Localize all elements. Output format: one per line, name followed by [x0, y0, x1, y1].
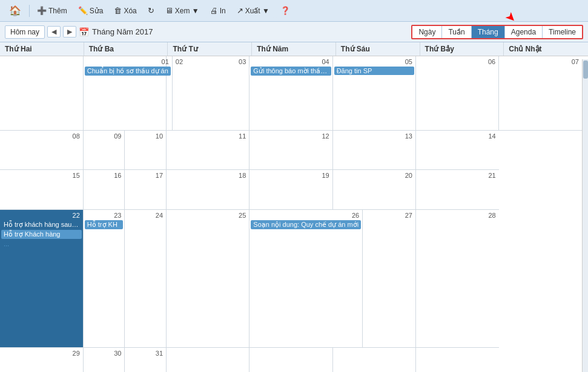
- cal-cell[interactable]: 19: [249, 170, 332, 210]
- cal-cell[interactable]: 08: [0, 130, 83, 170]
- them-button[interactable]: ➕ Thêm: [32, 4, 72, 18]
- in-button[interactable]: 🖨 In: [205, 4, 231, 18]
- cal-cell[interactable]: 28: [415, 210, 498, 348]
- cal-cell[interactable]: 24: [125, 210, 167, 348]
- next-button[interactable]: ▶: [63, 26, 76, 38]
- tab-agenda[interactable]: Agenda: [505, 26, 543, 38]
- trash-icon: 🗑: [114, 6, 122, 15]
- cal-cell[interactable]: 11: [167, 130, 249, 170]
- tab-tuan[interactable]: Tuần: [442, 26, 471, 38]
- toolbar: 🏠 ➕ Thêm ✏️ Sửa 🗑 Xóa ↻ 🖥 Xem ▼ 🖨 In ↗ X…: [0, 0, 588, 22]
- cal-cell[interactable]: 18: [167, 170, 249, 210]
- xoa-button[interactable]: 🗑 Xóa: [109, 4, 141, 18]
- cal-cell[interactable]: 06: [415, 56, 498, 130]
- export-icon: ↗: [237, 6, 243, 15]
- sua-button[interactable]: ✏️ Sửa: [73, 4, 108, 18]
- scrollbar-thumb[interactable]: [583, 60, 588, 79]
- cal-cell[interactable]: 23 Hỗ trợ KH: [83, 210, 125, 348]
- header-thu-bay: Thứ Bảy: [420, 42, 504, 56]
- xem-button[interactable]: 🖥 Xem ▼: [160, 4, 204, 18]
- home-button[interactable]: 🏠: [4, 3, 27, 18]
- monitor-icon: 🖥: [165, 6, 173, 15]
- calendar-container: Thứ Hai Thứ Ba Thứ Tư Thứ Năm Thứ Sáu Th…: [0, 42, 588, 372]
- cal-cell[interactable]: 14: [415, 130, 498, 170]
- cal-cell[interactable]: 05 Đăng tin SP: [332, 56, 415, 130]
- plus-icon: ➕: [37, 6, 47, 15]
- event-bar[interactable]: Soạn nội dung: Quy chế dự án mới: [251, 220, 361, 229]
- refresh-icon: ↻: [148, 6, 154, 15]
- cal-cell[interactable]: 26 Soạn nội dung: Quy chế dự án mới 27: [249, 210, 416, 348]
- header-thu-sau: Thứ Sáu: [336, 42, 420, 56]
- cal-cell[interactable]: 12: [249, 130, 332, 170]
- navbar: Hôm nay ◀ ▶ 📅 Tháng Năm 2017 ➤ Ngày Tuần…: [0, 22, 588, 42]
- cal-cell[interactable]: 31: [125, 347, 167, 372]
- calendar-grid: 01 Chuẩn bị hồ sơ thầu dự án 02 x 03 04 …: [0, 56, 582, 372]
- week-row: 01 Chuẩn bị hồ sơ thầu dự án 02 x 03 04 …: [0, 56, 582, 130]
- edit-icon: ✏️: [78, 6, 88, 15]
- header-thu-ba: Thứ Ba: [84, 42, 168, 56]
- week-row: 22 Hỗ trợ khách hàng sau đào tạo Hỗ trợ …: [0, 210, 582, 348]
- tab-ngay[interactable]: Ngày: [412, 26, 442, 38]
- cal-cell[interactable]: 15: [0, 170, 83, 210]
- cal-cell[interactable]: 07: [499, 56, 582, 130]
- print-icon: 🖨: [210, 6, 218, 15]
- event-more[interactable]: ...: [1, 240, 12, 248]
- week-row: 29 30 31: [0, 347, 582, 372]
- cal-cell[interactable]: 09: [83, 130, 125, 170]
- cal-cell[interactable]: 22 Hỗ trợ khách hàng sau đào tạo Hỗ trợ …: [0, 210, 83, 348]
- cal-cell[interactable]: 25: [167, 210, 249, 348]
- cal-cell[interactable]: 29: [0, 347, 83, 372]
- cal-cell[interactable]: 13: [332, 130, 415, 170]
- cal-cell[interactable]: 16: [83, 170, 125, 210]
- cal-cell[interactable]: [332, 347, 415, 372]
- cal-cell[interactable]: 30: [83, 347, 125, 372]
- header-chu-nhat: Chủ Nhật: [504, 42, 588, 56]
- cal-cell[interactable]: [415, 347, 498, 372]
- event-bar[interactable]: Hỗ trợ Khách hàng: [1, 230, 82, 239]
- cal-cell[interactable]: 01 Chuẩn bị hồ sơ thầu dự án 02 x: [83, 56, 166, 130]
- today-button[interactable]: Hôm nay: [5, 25, 45, 39]
- header-thu-nam: Thứ Năm: [252, 42, 336, 56]
- cal-cell[interactable]: 10: [125, 130, 167, 170]
- tab-thang[interactable]: Tháng: [472, 26, 505, 38]
- day-headers: Thứ Hai Thứ Ba Thứ Tư Thứ Năm Thứ Sáu Th…: [0, 42, 588, 56]
- cal-cell[interactable]: [0, 56, 83, 130]
- cal-cell[interactable]: 21: [415, 170, 498, 210]
- cal-cell[interactable]: 17: [125, 170, 167, 210]
- view-tabs: Ngày Tuần Tháng Agenda Timeline: [411, 25, 583, 39]
- header-thu-tu: Thứ Tư: [168, 42, 252, 56]
- event-bar[interactable]: Hỗ trợ KH: [85, 220, 124, 229]
- cal-cell[interactable]: [167, 347, 249, 372]
- help-button[interactable]: ❓: [276, 4, 295, 18]
- event-bar[interactable]: Đăng tin SP: [334, 67, 414, 75]
- event-bar[interactable]: Chuẩn bị hồ sơ thầu dự án: [85, 67, 171, 76]
- prev-button[interactable]: ◀: [47, 26, 61, 38]
- week-row: 08 09 10 11 12 13 14: [0, 130, 582, 170]
- event-bar[interactable]: Hỗ trợ khách hàng sau đào tạo: [1, 220, 82, 229]
- event-bar[interactable]: Gửi thông báo mời thầu dự án: [251, 67, 331, 76]
- xuat-button[interactable]: ↗ Xuất ▼: [232, 4, 274, 18]
- refresh-button[interactable]: ↻: [143, 4, 159, 18]
- week-row: 15 16 17 18 19 20 21: [0, 170, 582, 210]
- calendar-icon: 📅: [79, 27, 89, 37]
- tab-timeline[interactable]: Timeline: [543, 26, 582, 38]
- cal-cell[interactable]: 04 Gửi thông báo mời thầu dự án: [249, 56, 332, 130]
- scrollbar[interactable]: [582, 59, 588, 372]
- header-thu-hai: Thứ Hai: [0, 42, 84, 56]
- month-label: Tháng Năm 2017: [92, 27, 153, 36]
- cal-cell[interactable]: 20: [332, 170, 415, 210]
- help-icon: ❓: [280, 6, 290, 15]
- cal-cell[interactable]: [249, 347, 332, 372]
